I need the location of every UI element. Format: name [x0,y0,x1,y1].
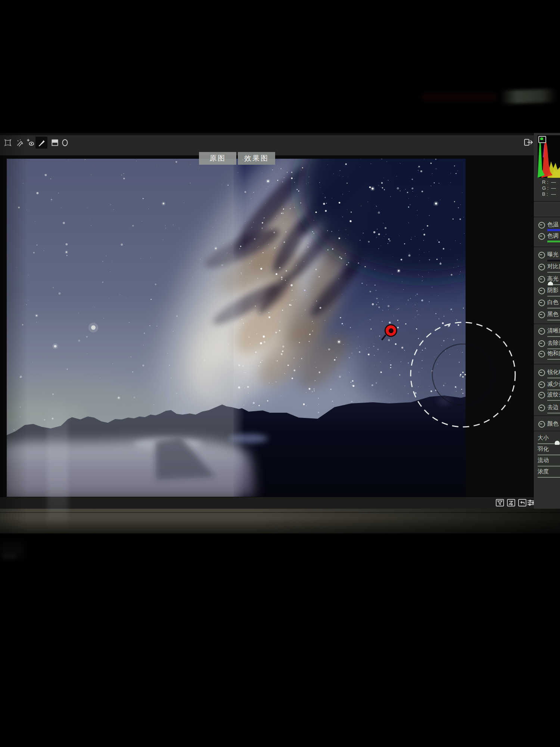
whites-slider[interactable] [547,308,560,309]
brush-row-feather[interactable]: 羽化 [534,446,560,457]
adjustment-row-moire[interactable]: 波纹去除 [534,391,560,402]
minus-circle-icon[interactable] [538,288,545,294]
clipping-color-blob [540,137,543,140]
adjustment-pin[interactable] [385,324,397,337]
spot-removal-tool-icon[interactable] [15,138,25,148]
rgb-readout-g: G :— [534,185,560,191]
adjustment-brush-tool-icon[interactable] [35,137,47,149]
photo-canvas[interactable] [7,159,466,497]
adjustment-row-shadows[interactable]: 阴影 [534,287,560,298]
minus-circle-icon[interactable] [538,392,545,399]
minus-circle-icon[interactable] [538,222,545,229]
adjustment-row-noise-reduction[interactable]: 减少杂色 [534,381,560,392]
graduated-filter-tool-icon[interactable] [50,138,60,148]
minus-circle-icon[interactable] [538,421,545,428]
flow-slider[interactable] [538,466,560,467]
minus-circle-icon[interactable] [538,264,545,270]
minus-circle-icon[interactable] [538,276,545,283]
density-slider[interactable] [538,477,560,478]
brush-row-density[interactable]: 浓度 [534,468,560,479]
undo-arrow-icon[interactable] [518,499,526,506]
rgb-readout-b: B :— [534,191,560,197]
adjustment-row-highlights[interactable]: 高光 [534,275,560,286]
adjustments-panel: R :— G :— B :— 色温 色调 曝光 对比度 高光 [534,133,560,509]
brush-row-size[interactable]: 大小 [534,434,560,446]
tab-original[interactable]: 原图 [199,152,236,165]
histogram[interactable] [538,135,560,178]
toolbar [0,135,560,156]
tab-effect[interactable]: 效果图 [238,152,275,165]
shadow-clipping-indicator-icon[interactable] [538,136,546,143]
contrast-slider[interactable] [547,272,560,273]
rgb-readout-r: R :— [534,179,560,185]
minus-circle-icon[interactable] [538,340,545,347]
adjustment-row-blacks[interactable]: 黑色 [534,311,560,322]
slider-thumb[interactable] [555,441,560,445]
minus-circle-icon[interactable] [538,369,545,376]
minus-circle-icon[interactable] [538,311,545,318]
defringe-slider[interactable] [547,413,560,413]
moire-slider[interactable] [547,400,560,401]
adjustment-row-saturation[interactable]: 饱和度 [534,350,560,361]
clarity-slider[interactable] [547,336,560,337]
tab-effect-label: 效果图 [244,154,269,163]
noise-reduction-slider[interactable] [547,390,560,390]
panel-collapse-icon[interactable] [523,138,534,147]
minus-circle-icon[interactable] [538,405,545,411]
monitor-top-reflection [500,89,556,104]
minus-circle-icon[interactable] [538,233,545,240]
radial-filter-tool-icon[interactable] [60,138,70,148]
adjustment-row-clarity[interactable]: 清晰度 [534,327,560,338]
adjustment-row-defringe[interactable]: 去边 [534,404,560,415]
sharpness-slider[interactable] [547,378,560,378]
adjustment-row-exposure[interactable]: 曝光 [534,251,560,262]
bottom-bar: ✓ 叠加 [0,497,560,509]
faint-red-reflection [422,94,497,100]
dehaze-slider[interactable] [547,348,560,349]
minus-circle-icon[interactable] [538,300,545,306]
temperature-slider[interactable] [547,229,560,231]
adjustment-row-temperature[interactable]: 色温 [534,221,560,232]
minus-circle-icon[interactable] [538,252,545,258]
faint-desk-reflection [3,554,16,559]
brush-row-flow[interactable]: 流动 [534,457,560,468]
transform-tool-icon[interactable] [3,138,13,148]
minus-circle-icon[interactable] [538,351,545,357]
adjustment-row-whites[interactable]: 白色 [534,299,560,310]
tab-original-label: 原图 [209,154,226,163]
minus-circle-icon[interactable] [538,381,545,388]
adjustment-row-dehaze[interactable]: 去除薄雾 [534,340,560,351]
blacks-slider[interactable] [547,320,560,320]
redo-z-icon[interactable] [507,499,515,506]
saturation-slider[interactable] [547,359,560,360]
monitor-bottom-bezel [0,509,560,533]
adjustment-row-tint[interactable]: 色调 [534,232,560,244]
feather-slider[interactable] [538,455,560,455]
adjustment-row-contrast[interactable]: 对比度 [534,263,560,274]
monitor-screen: 原图 效果图 [0,133,560,533]
tint-slider[interactable] [547,241,560,242]
adjustment-row-color[interactable]: 颜色 [534,420,560,431]
pin-center-dot [389,328,393,333]
exposure-slider[interactable] [547,259,560,261]
red-eye-tool-icon[interactable] [25,138,35,148]
shadows-slider[interactable] [547,296,560,297]
filter-funnel-icon[interactable] [496,499,504,506]
minus-circle-icon[interactable] [538,328,545,335]
adjustment-row-sharpness[interactable]: 锐化程度 [534,369,560,380]
